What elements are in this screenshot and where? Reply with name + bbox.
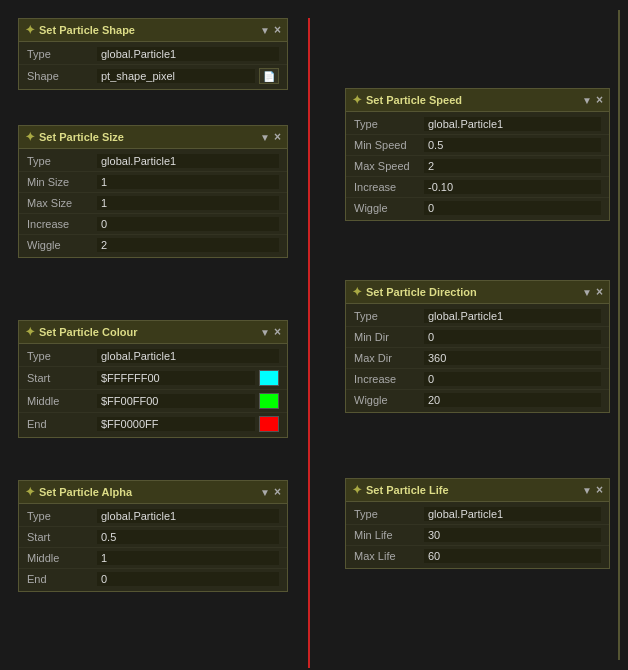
star-icon: ✦: [25, 485, 35, 499]
min-dir-value: 0: [424, 330, 601, 344]
start-color-swatch[interactable]: [259, 370, 279, 386]
max-dir-row: Max Dir 360: [346, 348, 609, 369]
middle-alpha-row: Middle 1: [19, 548, 287, 569]
set-particle-direction-panel: ✦ Set Particle Direction ▼ × Type global…: [345, 280, 610, 413]
start-label: Start: [27, 531, 97, 543]
middle-colour-row: Middle $FF00FF00: [19, 390, 287, 413]
min-size-row: Min Size 1: [19, 172, 287, 193]
set-particle-alpha-header: ✦ Set Particle Alpha ▼ ×: [19, 481, 287, 504]
type-value: global.Particle1: [97, 154, 279, 168]
chevron-down-icon[interactable]: ▼: [582, 287, 592, 298]
type-label: Type: [354, 508, 424, 520]
close-icon[interactable]: ×: [274, 23, 281, 37]
close-icon[interactable]: ×: [274, 325, 281, 339]
chevron-down-icon[interactable]: ▼: [260, 327, 270, 338]
start-value: $FFFFFF00: [97, 371, 255, 385]
end-alpha-row: End 0: [19, 569, 287, 589]
wiggle-label: Wiggle: [27, 239, 97, 251]
max-dir-value: 360: [424, 351, 601, 365]
increase-label: Increase: [354, 181, 424, 193]
type-label: Type: [354, 118, 424, 130]
increase-value: 0: [424, 372, 601, 386]
set-particle-speed-panel: ✦ Set Particle Speed ▼ × Type global.Par…: [345, 88, 610, 221]
wiggle-row: Wiggle 20: [346, 390, 609, 410]
star-icon: ✦: [352, 93, 362, 107]
close-icon[interactable]: ×: [596, 483, 603, 497]
increase-row: Increase 0: [346, 369, 609, 390]
set-particle-shape-header: ✦ Set Particle Shape ▼ ×: [19, 19, 287, 42]
start-value: 0.5: [97, 530, 279, 544]
close-icon[interactable]: ×: [596, 93, 603, 107]
wiggle-label: Wiggle: [354, 202, 424, 214]
max-speed-label: Max Speed: [354, 160, 424, 172]
middle-label: Middle: [27, 395, 97, 407]
set-particle-size-header: ✦ Set Particle Size ▼ ×: [19, 126, 287, 149]
min-life-row: Min Life 30: [346, 525, 609, 546]
max-speed-value: 2: [424, 159, 601, 173]
increase-value: 0: [97, 217, 279, 231]
min-life-value: 30: [424, 528, 601, 542]
type-value: global.Particle1: [97, 509, 279, 523]
type-field-row: Type global.Particle1: [19, 506, 287, 527]
wiggle-value: 0: [424, 201, 601, 215]
max-life-label: Max Life: [354, 550, 424, 562]
chevron-down-icon[interactable]: ▼: [260, 132, 270, 143]
middle-value: $FF00FF00: [97, 394, 255, 408]
set-particle-shape-body: Type global.Particle1 Shape pt_shape_pix…: [19, 42, 287, 89]
end-color-swatch[interactable]: [259, 416, 279, 432]
chevron-down-icon[interactable]: ▼: [582, 95, 592, 106]
chevron-down-icon[interactable]: ▼: [260, 25, 270, 36]
right-border: [618, 10, 620, 660]
shape-field-row: Shape pt_shape_pixel 📄: [19, 65, 287, 87]
set-particle-speed-title: Set Particle Speed: [366, 94, 578, 106]
min-speed-value: 0.5: [424, 138, 601, 152]
set-particle-speed-body: Type global.Particle1 Min Speed 0.5 Max …: [346, 112, 609, 220]
end-colour-row: End $FF0000FF: [19, 413, 287, 435]
close-icon[interactable]: ×: [274, 130, 281, 144]
set-particle-direction-body: Type global.Particle1 Min Dir 0 Max Dir …: [346, 304, 609, 412]
set-particle-alpha-title: Set Particle Alpha: [39, 486, 256, 498]
type-field-row: Type global.Particle1: [346, 306, 609, 327]
star-icon: ✦: [25, 325, 35, 339]
middle-label: Middle: [27, 552, 97, 564]
star-icon: ✦: [25, 130, 35, 144]
shape-icon-box[interactable]: 📄: [259, 68, 279, 84]
type-value: global.Particle1: [97, 349, 279, 363]
start-label: Start: [27, 372, 97, 384]
close-icon[interactable]: ×: [274, 485, 281, 499]
set-particle-life-body: Type global.Particle1 Min Life 30 Max Li…: [346, 502, 609, 568]
set-particle-size-body: Type global.Particle1 Min Size 1 Max Siz…: [19, 149, 287, 257]
middle-color-swatch[interactable]: [259, 393, 279, 409]
min-size-value: 1: [97, 175, 279, 189]
close-icon[interactable]: ×: [596, 285, 603, 299]
start-colour-row: Start $FFFFFF00: [19, 367, 287, 390]
shape-label: Shape: [27, 70, 97, 82]
min-life-label: Min Life: [354, 529, 424, 541]
increase-row: Increase 0: [19, 214, 287, 235]
connector-line: [308, 18, 310, 668]
star-icon: ✦: [352, 483, 362, 497]
wiggle-label: Wiggle: [354, 394, 424, 406]
chevron-down-icon[interactable]: ▼: [582, 485, 592, 496]
set-particle-colour-panel: ✦ Set Particle Colour ▼ × Type global.Pa…: [18, 320, 288, 438]
set-particle-size-title: Set Particle Size: [39, 131, 256, 143]
type-field-row: Type global.Particle1: [346, 504, 609, 525]
chevron-down-icon[interactable]: ▼: [260, 487, 270, 498]
max-dir-label: Max Dir: [354, 352, 424, 364]
type-label: Type: [27, 350, 97, 362]
set-particle-direction-title: Set Particle Direction: [366, 286, 578, 298]
min-size-label: Min Size: [27, 176, 97, 188]
type-label: Type: [27, 510, 97, 522]
type-value: global.Particle1: [97, 47, 279, 61]
end-value: 0: [97, 572, 279, 586]
shape-value: pt_shape_pixel: [97, 69, 255, 83]
increase-value: -0.10: [424, 180, 601, 194]
set-particle-colour-header: ✦ Set Particle Colour ▼ ×: [19, 321, 287, 344]
middle-value: 1: [97, 551, 279, 565]
max-size-value: 1: [97, 196, 279, 210]
increase-label: Increase: [27, 218, 97, 230]
type-label: Type: [354, 310, 424, 322]
type-field-row: Type global.Particle1: [19, 346, 287, 367]
max-life-value: 60: [424, 549, 601, 563]
type-value: global.Particle1: [424, 117, 601, 131]
